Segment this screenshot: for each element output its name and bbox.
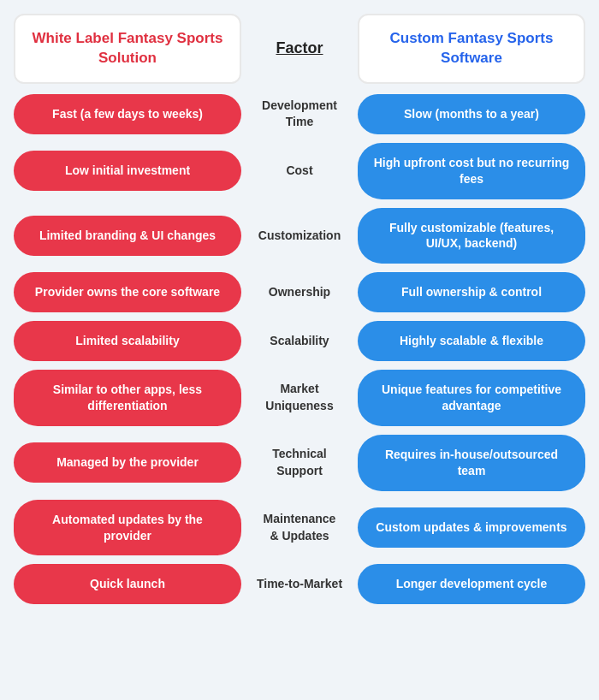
custom-cell: Custom updates & improvements (358, 507, 585, 548)
custom-cell: Longer development cycle (358, 564, 585, 604)
factor-cell: Scalability (248, 333, 351, 350)
rows-container: Fast (a few days to weeks)DevelopmentTim… (14, 94, 585, 604)
white-label-cell: Automated updates by the provider (14, 500, 241, 556)
custom-cell: Unique features for competitive advantag… (358, 370, 585, 426)
factor-cell: Cost (248, 163, 351, 180)
table-row: Quick launchTime-to-MarketLonger develop… (14, 564, 585, 604)
custom-cell: Fully customizable (features, UI/UX, bac… (358, 208, 585, 264)
table-row: Fast (a few days to weeks)DevelopmentTim… (14, 94, 585, 134)
custom-cell: High upfront cost but no recurring fees (358, 143, 585, 199)
table-row: Similar to other apps, less differentiat… (14, 370, 585, 426)
white-label-cell: Similar to other apps, less differentiat… (14, 370, 241, 426)
table-row: Low initial investmentCostHigh upfront c… (14, 143, 585, 199)
factor-cell: TechnicalSupport (248, 446, 351, 479)
white-label-cell: Low initial investment (14, 151, 241, 191)
factor-header: Factor (248, 39, 351, 57)
custom-cell: Highly scalable & flexible (358, 321, 585, 361)
table-row: Managed by the providerTechnicalSupportR… (14, 435, 585, 491)
factor-cell: MarketUniqueness (248, 381, 351, 414)
custom-cell: Slow (months to a year) (358, 94, 585, 134)
header-row: White Label Fantasy Sports Solution Fact… (14, 14, 585, 84)
comparison-table: White Label Fantasy Sports Solution Fact… (14, 14, 585, 613)
factor-cell: Time-to-Market (248, 576, 351, 593)
white-label-cell: Managed by the provider (14, 442, 241, 483)
factor-cell: Ownership (248, 284, 351, 301)
white-label-cell: Provider owns the core software (14, 272, 241, 312)
custom-cell: Requires in-house/outsourced team (358, 435, 585, 491)
white-label-cell: Quick launch (14, 564, 241, 604)
table-row: Automated updates by the providerMainten… (14, 500, 585, 556)
table-row: Limited branding & UI changesCustomizati… (14, 208, 585, 264)
table-row: Limited scalabilityScalabilityHighly sca… (14, 321, 585, 361)
factor-cell: Maintenance& Updates (248, 511, 351, 544)
factor-cell: DevelopmentTime (248, 98, 351, 131)
custom-cell: Full ownership & control (358, 272, 585, 312)
factor-cell: Customization (248, 228, 351, 245)
white-label-cell: Limited scalability (14, 321, 241, 361)
table-row: Provider owns the core softwareOwnership… (14, 272, 585, 312)
custom-header: Custom Fantasy Sports Software (358, 14, 585, 84)
white-label-header: White Label Fantasy Sports Solution (14, 14, 241, 84)
white-label-cell: Fast (a few days to weeks) (14, 94, 241, 134)
white-label-cell: Limited branding & UI changes (14, 216, 241, 256)
